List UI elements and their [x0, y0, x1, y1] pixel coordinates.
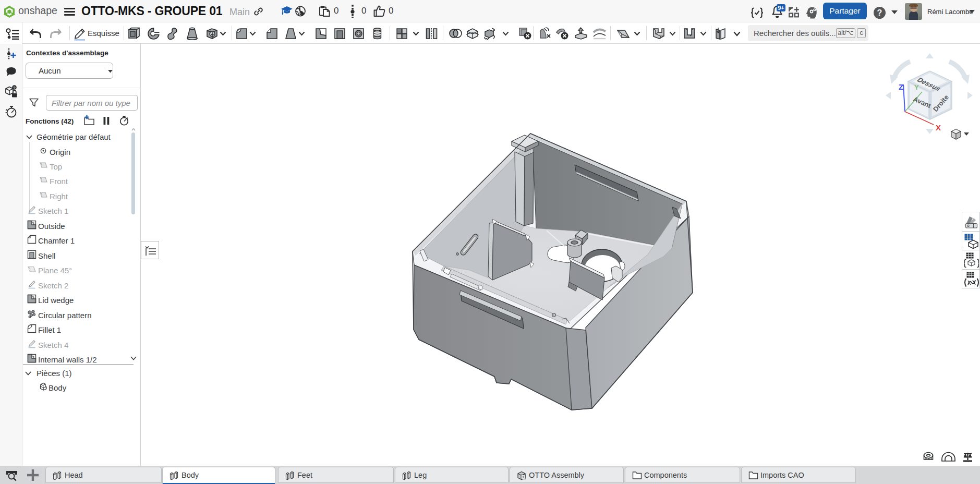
svg-text:?: ? [13, 86, 16, 90]
svg-text:Y: Y [914, 83, 919, 91]
svg-text:?: ? [877, 8, 882, 17]
svg-text:9+: 9+ [778, 5, 784, 11]
svg-text:Z: Z [899, 82, 903, 91]
svg-text:X: X [936, 123, 941, 132]
